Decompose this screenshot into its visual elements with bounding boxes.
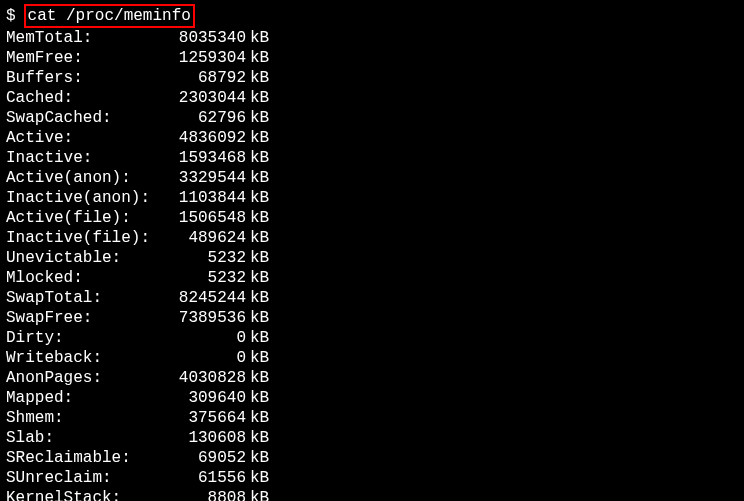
meminfo-row: SUnreclaim:61556kB bbox=[6, 468, 738, 488]
meminfo-row: KernelStack:8808kB bbox=[6, 488, 738, 501]
meminfo-unit: kB bbox=[250, 128, 269, 148]
meminfo-row: Writeback:0kB bbox=[6, 348, 738, 368]
meminfo-label: SReclaimable: bbox=[6, 448, 156, 468]
meminfo-value: 1506548 bbox=[156, 208, 246, 228]
meminfo-label: Buffers: bbox=[6, 68, 156, 88]
meminfo-row: MemTotal:8035340kB bbox=[6, 28, 738, 48]
meminfo-row: Dirty:0kB bbox=[6, 328, 738, 348]
meminfo-label: Active(anon): bbox=[6, 168, 156, 188]
meminfo-row: Inactive(file):489624kB bbox=[6, 228, 738, 248]
meminfo-unit: kB bbox=[250, 288, 269, 308]
meminfo-unit: kB bbox=[250, 28, 269, 48]
meminfo-row: SwapTotal:8245244kB bbox=[6, 288, 738, 308]
meminfo-value: 4030828 bbox=[156, 368, 246, 388]
meminfo-value: 1593468 bbox=[156, 148, 246, 168]
meminfo-row: SReclaimable:69052kB bbox=[6, 448, 738, 468]
meminfo-label: Active: bbox=[6, 128, 156, 148]
meminfo-row: MemFree:1259304kB bbox=[6, 48, 738, 68]
meminfo-unit: kB bbox=[250, 228, 269, 248]
command-prompt-line[interactable]: $ cat /proc/meminfo bbox=[6, 4, 738, 28]
meminfo-label: Slab: bbox=[6, 428, 156, 448]
meminfo-row: Mapped:309640kB bbox=[6, 388, 738, 408]
meminfo-label: SwapTotal: bbox=[6, 288, 156, 308]
meminfo-row: Slab:130608kB bbox=[6, 428, 738, 448]
meminfo-label: SwapFree: bbox=[6, 308, 156, 328]
meminfo-value: 489624 bbox=[156, 228, 246, 248]
meminfo-value: 5232 bbox=[156, 268, 246, 288]
meminfo-unit: kB bbox=[250, 48, 269, 68]
prompt-symbol: $ bbox=[6, 6, 16, 26]
meminfo-unit: kB bbox=[250, 68, 269, 88]
meminfo-label: Inactive(file): bbox=[6, 228, 156, 248]
meminfo-unit: kB bbox=[250, 268, 269, 288]
meminfo-label: KernelStack: bbox=[6, 488, 156, 501]
meminfo-unit: kB bbox=[250, 88, 269, 108]
meminfo-row: SwapFree:7389536kB bbox=[6, 308, 738, 328]
meminfo-unit: kB bbox=[250, 468, 269, 488]
meminfo-row: AnonPages:4030828kB bbox=[6, 368, 738, 388]
meminfo-label: MemFree: bbox=[6, 48, 156, 68]
meminfo-value: 8035340 bbox=[156, 28, 246, 48]
meminfo-value: 62796 bbox=[156, 108, 246, 128]
meminfo-unit: kB bbox=[250, 208, 269, 228]
meminfo-unit: kB bbox=[250, 388, 269, 408]
meminfo-row: Active(file):1506548kB bbox=[6, 208, 738, 228]
meminfo-label: Mlocked: bbox=[6, 268, 156, 288]
meminfo-value: 8245244 bbox=[156, 288, 246, 308]
meminfo-unit: kB bbox=[250, 368, 269, 388]
meminfo-row: Active:4836092kB bbox=[6, 128, 738, 148]
meminfo-row: Buffers:68792kB bbox=[6, 68, 738, 88]
meminfo-unit: kB bbox=[250, 188, 269, 208]
meminfo-label: AnonPages: bbox=[6, 368, 156, 388]
meminfo-label: Inactive(anon): bbox=[6, 188, 156, 208]
meminfo-value: 8808 bbox=[156, 488, 246, 501]
meminfo-unit: kB bbox=[250, 168, 269, 188]
meminfo-row: Inactive:1593468kB bbox=[6, 148, 738, 168]
meminfo-value: 375664 bbox=[156, 408, 246, 428]
meminfo-row: Inactive(anon):1103844kB bbox=[6, 188, 738, 208]
meminfo-unit: kB bbox=[250, 488, 269, 501]
meminfo-value: 5232 bbox=[156, 248, 246, 268]
meminfo-value: 68792 bbox=[156, 68, 246, 88]
meminfo-unit: kB bbox=[250, 148, 269, 168]
meminfo-value: 130608 bbox=[156, 428, 246, 448]
meminfo-value: 61556 bbox=[156, 468, 246, 488]
meminfo-value: 3329544 bbox=[156, 168, 246, 188]
meminfo-row: Active(anon):3329544kB bbox=[6, 168, 738, 188]
meminfo-label: Mapped: bbox=[6, 388, 156, 408]
meminfo-unit: kB bbox=[250, 328, 269, 348]
meminfo-unit: kB bbox=[250, 108, 269, 128]
meminfo-value: 309640 bbox=[156, 388, 246, 408]
meminfo-label: Shmem: bbox=[6, 408, 156, 428]
meminfo-output: MemTotal:8035340kBMemFree:1259304kBBuffe… bbox=[6, 28, 738, 501]
meminfo-unit: kB bbox=[250, 408, 269, 428]
meminfo-label: Unevictable: bbox=[6, 248, 156, 268]
meminfo-unit: kB bbox=[250, 448, 269, 468]
meminfo-value: 69052 bbox=[156, 448, 246, 468]
meminfo-unit: kB bbox=[250, 308, 269, 328]
meminfo-row: SwapCached:62796kB bbox=[6, 108, 738, 128]
command-text: cat /proc/meminfo bbox=[24, 4, 195, 28]
meminfo-value: 7389536 bbox=[156, 308, 246, 328]
meminfo-label: Cached: bbox=[6, 88, 156, 108]
meminfo-label: Writeback: bbox=[6, 348, 156, 368]
meminfo-label: Inactive: bbox=[6, 148, 156, 168]
meminfo-label: SwapCached: bbox=[6, 108, 156, 128]
meminfo-row: Mlocked:5232kB bbox=[6, 268, 738, 288]
meminfo-label: Dirty: bbox=[6, 328, 156, 348]
meminfo-value: 0 bbox=[156, 328, 246, 348]
meminfo-row: Shmem:375664kB bbox=[6, 408, 738, 428]
meminfo-label: SUnreclaim: bbox=[6, 468, 156, 488]
meminfo-label: Active(file): bbox=[6, 208, 156, 228]
meminfo-label: MemTotal: bbox=[6, 28, 156, 48]
meminfo-value: 1259304 bbox=[156, 48, 246, 68]
meminfo-row: Unevictable:5232kB bbox=[6, 248, 738, 268]
meminfo-row: Cached:2303044kB bbox=[6, 88, 738, 108]
meminfo-unit: kB bbox=[250, 348, 269, 368]
meminfo-value: 1103844 bbox=[156, 188, 246, 208]
meminfo-value: 4836092 bbox=[156, 128, 246, 148]
meminfo-value: 2303044 bbox=[156, 88, 246, 108]
meminfo-value: 0 bbox=[156, 348, 246, 368]
meminfo-unit: kB bbox=[250, 248, 269, 268]
meminfo-unit: kB bbox=[250, 428, 269, 448]
